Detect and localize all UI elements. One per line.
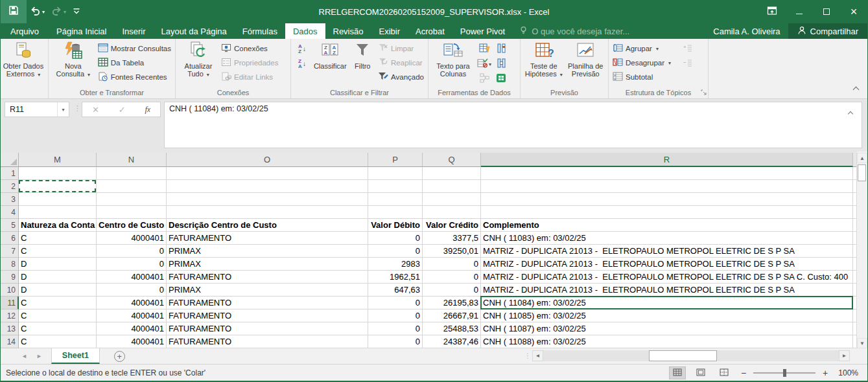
cell-P7[interactable]: 0 xyxy=(368,245,423,258)
tab-acrobat[interactable]: Acrobat xyxy=(408,23,452,39)
cell-N9[interactable]: 4000401 xyxy=(97,271,167,284)
row-header-3[interactable]: 3 xyxy=(1,193,19,206)
normal-view-button[interactable] xyxy=(669,366,686,379)
cell-M1[interactable] xyxy=(19,167,97,180)
sheet-nav-right-icon[interactable]: ► xyxy=(36,353,42,359)
row-header-8[interactable]: 8 xyxy=(1,258,19,271)
zoom-in-icon[interactable]: + xyxy=(821,368,830,378)
cell-M9[interactable]: D xyxy=(19,271,97,284)
vertical-scrollbar[interactable]: ▲ ▼ xyxy=(856,153,867,348)
forecast-sheet-button[interactable]: Planilha de Previsão xyxy=(565,40,607,78)
cell-P4[interactable] xyxy=(368,206,423,219)
select-all-corner[interactable] xyxy=(1,153,19,167)
tab-revisao[interactable]: Revisão xyxy=(325,23,371,39)
remove-duplicates-button[interactable] xyxy=(493,42,510,57)
cell-O3[interactable] xyxy=(167,193,368,206)
show-detail-button[interactable]: + xyxy=(679,42,695,56)
scroll-right-icon[interactable]: ► xyxy=(839,350,850,361)
cell-Q6[interactable]: 3377,5 xyxy=(423,232,481,245)
new-query-button[interactable]: Nova Consulta ▾ xyxy=(51,40,96,79)
cell-N6[interactable]: 4000401 xyxy=(97,232,167,245)
tab-layout-da-pagina[interactable]: Layout da Página xyxy=(154,23,235,39)
row-header-14[interactable]: 14 xyxy=(1,335,19,348)
manage-data-model-button[interactable] xyxy=(493,72,510,87)
cell-N3[interactable] xyxy=(97,193,167,206)
subtotal-button[interactable]: ++ Subtotal xyxy=(611,70,673,84)
consolidate-button[interactable] xyxy=(493,57,510,72)
save-button[interactable] xyxy=(1,0,27,23)
row-header-12[interactable]: 12 xyxy=(1,309,19,322)
cell-R2[interactable] xyxy=(481,180,853,193)
row-header-4[interactable]: 4 xyxy=(1,206,19,219)
cell-O2[interactable] xyxy=(167,180,368,193)
cell-Q7[interactable]: 39250,01 xyxy=(423,245,481,258)
cell-O4[interactable] xyxy=(167,206,368,219)
insert-function-icon[interactable]: fx xyxy=(145,104,150,115)
cell-O6[interactable]: FATURAMENTO xyxy=(167,232,368,245)
connections-button[interactable]: Conexões xyxy=(219,41,280,56)
cell-M4[interactable] xyxy=(19,206,97,219)
tab-inserir[interactable]: Inserir xyxy=(114,23,153,39)
cell-O7[interactable]: PRIMAX xyxy=(167,245,368,258)
cell-P10[interactable]: 647,63 xyxy=(368,284,423,297)
cell-P1[interactable] xyxy=(368,167,423,180)
row-header-1[interactable]: 1 xyxy=(1,167,19,180)
row-header-7[interactable]: 7 xyxy=(1,245,19,258)
maximize-button[interactable] xyxy=(813,0,840,23)
confirm-entry-icon[interactable]: ✓ xyxy=(119,105,126,115)
tab-pagina-inicial[interactable]: Página Inicial xyxy=(49,23,114,39)
cell-N14[interactable]: 4000401 xyxy=(97,335,167,348)
cell-Q13[interactable]: 25488,53 xyxy=(423,322,481,335)
text-to-columns-button[interactable]: Texto para Colunas xyxy=(430,40,476,78)
cell-P2[interactable] xyxy=(368,180,423,193)
cell-O13[interactable]: FATURAMENTO xyxy=(167,322,368,335)
cell-R10[interactable]: MATRIZ - DUPLICATA 21013 - ELETROPAULO M… xyxy=(481,284,853,297)
tab-formulas[interactable]: Fórmulas xyxy=(235,23,285,39)
row-header-2[interactable]: 2 xyxy=(1,180,19,193)
reapply-filter-button[interactable]: Reaplicar xyxy=(376,56,426,70)
hide-detail-button[interactable]: − xyxy=(679,57,695,71)
row-header-13[interactable]: 13 xyxy=(1,322,19,335)
cell-N10[interactable]: 0 xyxy=(97,284,167,297)
cell-P12[interactable]: 0 xyxy=(368,309,423,322)
ribbon-display-options-button[interactable] xyxy=(758,0,786,23)
user-name[interactable]: Camila A. Oliveira xyxy=(705,23,788,39)
undo-button[interactable]: ▾ xyxy=(27,0,48,23)
cell-O14[interactable]: FATURAMENTO xyxy=(167,335,368,348)
edit-links-button[interactable]: Editar Links xyxy=(219,70,280,84)
cell-M2[interactable] xyxy=(19,180,97,193)
sheet-nav-left-icon[interactable]: ◄ xyxy=(21,353,27,359)
group-button[interactable]: Agrupar ▾ xyxy=(611,41,673,56)
tab-power-pivot[interactable]: Power Pivot xyxy=(452,23,513,39)
from-table-button[interactable]: Da Tabela xyxy=(96,56,173,70)
cell-N7[interactable]: 0 xyxy=(97,245,167,258)
cell-O12[interactable]: FATURAMENTO xyxy=(167,309,368,322)
row-header-9[interactable]: 9 xyxy=(1,271,19,284)
page-layout-view-button[interactable] xyxy=(692,366,709,379)
data-validation-button[interactable]: ▾ xyxy=(476,57,493,72)
cell-N8[interactable]: 0 xyxy=(97,258,167,271)
scroll-left-icon[interactable]: ◄ xyxy=(532,350,543,361)
column-header-N[interactable]: N xyxy=(97,153,167,167)
cell-M6[interactable]: C xyxy=(19,232,97,245)
cell-M8[interactable]: D xyxy=(19,258,97,271)
horizontal-scrollbar-thumb[interactable] xyxy=(649,350,717,361)
cell-R3[interactable] xyxy=(481,193,853,206)
scroll-up-icon[interactable]: ▲ xyxy=(857,153,867,163)
cell-P9[interactable]: 1962,51 xyxy=(368,271,423,284)
column-header-P[interactable]: P xyxy=(368,153,423,167)
scroll-down-icon[interactable]: ▼ xyxy=(857,338,867,348)
cell-R4[interactable] xyxy=(481,206,853,219)
cell-P3[interactable] xyxy=(368,193,423,206)
get-external-data-button[interactable]: Obter Dados Externos ▾ xyxy=(3,40,44,79)
cell-O1[interactable] xyxy=(167,167,368,180)
cell-M5[interactable]: Natureza da Conta xyxy=(19,219,97,232)
cell-P11[interactable]: 0 xyxy=(368,297,423,309)
column-header-M[interactable]: M xyxy=(19,153,97,167)
cell-N1[interactable] xyxy=(97,167,167,180)
properties-button[interactable]: Propriedades xyxy=(219,56,280,70)
advanced-filter-button[interactable]: Avançado xyxy=(376,70,426,84)
cell-R7[interactable]: MATRIZ - DUPLICATA 21013 - ELETROPAULO M… xyxy=(481,245,853,258)
cell-Q8[interactable]: 0 xyxy=(423,258,481,271)
zoom-slider[interactable] xyxy=(753,372,815,374)
